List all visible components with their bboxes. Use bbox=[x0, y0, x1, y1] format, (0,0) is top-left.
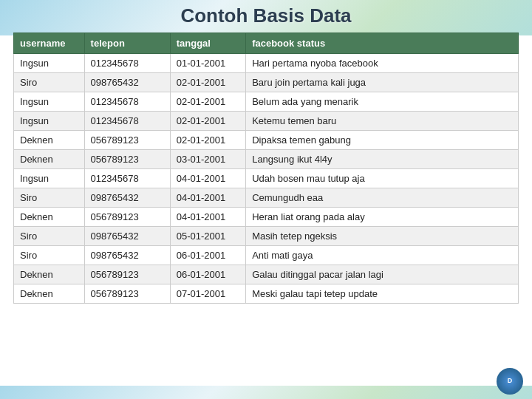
table-row: Siro09876543205-01-2001Masih tetep ngeks… bbox=[14, 227, 519, 246]
table-cell: 056789123 bbox=[84, 265, 170, 284]
table-cell: Deknen bbox=[14, 150, 85, 169]
table-cell: Deknen bbox=[14, 284, 85, 304]
table-cell: 012345678 bbox=[84, 169, 170, 188]
table-body: Ingsun01234567801-01-2001Hari pertama ny… bbox=[14, 54, 519, 304]
table-cell: 02-01-2001 bbox=[170, 92, 245, 112]
header-telepon: telepon bbox=[84, 33, 170, 54]
table-cell: 04-01-2001 bbox=[170, 169, 245, 188]
logo-area: D bbox=[497, 368, 526, 398]
table-cell: 06-01-2001 bbox=[170, 265, 245, 284]
table-cell: Ingsun bbox=[14, 169, 85, 188]
table-row: Deknen05678912302-01-2001Dipaksa temen g… bbox=[14, 131, 519, 150]
table-container: username telepon tanggal facebook status… bbox=[13, 33, 519, 384]
table-cell: 056789123 bbox=[84, 284, 170, 304]
table-cell: 056789123 bbox=[84, 131, 170, 150]
table-cell: Baru join pertama kali juga bbox=[246, 73, 519, 92]
table-cell: 098765432 bbox=[84, 73, 170, 92]
table-cell: 012345678 bbox=[84, 112, 170, 131]
table-cell: 04-01-2001 bbox=[170, 208, 245, 227]
table-row: Ingsun01234567802-01-2001Ketemu temen ba… bbox=[14, 112, 519, 131]
footer-background bbox=[0, 386, 532, 399]
table-row: Deknen05678912303-01-2001Langsung ikut 4… bbox=[14, 150, 519, 169]
logo-icon: D bbox=[497, 368, 523, 395]
table-cell: Anti mati gaya bbox=[246, 246, 519, 265]
table-cell: 06-01-2001 bbox=[170, 246, 245, 265]
table-cell: Galau ditinggal pacar jalan lagi bbox=[246, 265, 519, 284]
table-cell: 03-01-2001 bbox=[170, 150, 245, 169]
table-cell: 056789123 bbox=[84, 150, 170, 169]
table-cell: 02-01-2001 bbox=[170, 112, 245, 131]
table-cell: Belum ada yang menarik bbox=[246, 92, 519, 112]
table-row: Siro09876543202-01-2001Baru join pertama… bbox=[14, 73, 519, 92]
table-cell: 012345678 bbox=[84, 54, 170, 73]
table-cell: Masih tetep ngeksis bbox=[246, 227, 519, 246]
table-row: Siro09876543204-01-2001Cemungudh eaa bbox=[14, 188, 519, 208]
table-cell: 098765432 bbox=[84, 188, 170, 208]
table-row: Ingsun01234567801-01-2001Hari pertama ny… bbox=[14, 54, 519, 73]
table-row: Siro09876543206-01-2001Anti mati gaya bbox=[14, 246, 519, 265]
table-cell: Siro bbox=[14, 188, 85, 208]
table-cell: Deknen bbox=[14, 208, 85, 227]
table-cell: 07-01-2001 bbox=[170, 284, 245, 304]
header-tanggal: tanggal bbox=[170, 33, 245, 54]
table-cell: 098765432 bbox=[84, 227, 170, 246]
table-cell: Siro bbox=[14, 73, 85, 92]
table-cell: Ingsun bbox=[14, 92, 85, 112]
table-cell: Dipaksa temen gabung bbox=[246, 131, 519, 150]
data-table: username telepon tanggal facebook status… bbox=[13, 33, 519, 304]
table-cell: Siro bbox=[14, 246, 85, 265]
table-cell: Deknen bbox=[14, 131, 85, 150]
table-cell: 01-01-2001 bbox=[170, 54, 245, 73]
page-title: Contoh Basis Data bbox=[0, 4, 532, 27]
table-cell: Heran liat orang pada alay bbox=[246, 208, 519, 227]
table-cell: Hari pertama nyoba facebook bbox=[246, 54, 519, 73]
table-cell: Siro bbox=[14, 227, 85, 246]
table-cell: 012345678 bbox=[84, 92, 170, 112]
table-cell: 098765432 bbox=[84, 246, 170, 265]
table-cell: Udah bosen mau tutup aja bbox=[246, 169, 519, 188]
table-cell: Cemungudh eaa bbox=[246, 188, 519, 208]
table-cell: 02-01-2001 bbox=[170, 131, 245, 150]
table-row: Deknen05678912304-01-2001Heran liat oran… bbox=[14, 208, 519, 227]
table-cell: Meski galau tapi tetep update bbox=[246, 284, 519, 304]
table-header-row: username telepon tanggal facebook status bbox=[14, 33, 519, 54]
table-row: Ingsun01234567802-01-2001Belum ada yang … bbox=[14, 92, 519, 112]
table-row: Deknen05678912307-01-2001Meski galau tap… bbox=[14, 284, 519, 304]
table-cell: Deknen bbox=[14, 265, 85, 284]
header-username: username bbox=[14, 33, 85, 54]
table-cell: Ingsun bbox=[14, 112, 85, 131]
table-cell: 02-01-2001 bbox=[170, 73, 245, 92]
table-cell: 05-01-2001 bbox=[170, 227, 245, 246]
table-cell: Ketemu temen baru bbox=[246, 112, 519, 131]
table-cell: Ingsun bbox=[14, 54, 85, 73]
header-status: facebook status bbox=[246, 33, 519, 54]
table-cell: 04-01-2001 bbox=[170, 188, 245, 208]
table-row: Deknen05678912306-01-2001Galau ditinggal… bbox=[14, 265, 519, 284]
table-cell: 056789123 bbox=[84, 208, 170, 227]
table-row: Ingsun01234567804-01-2001Udah bosen mau … bbox=[14, 169, 519, 188]
table-cell: Langsung ikut 4l4y bbox=[246, 150, 519, 169]
